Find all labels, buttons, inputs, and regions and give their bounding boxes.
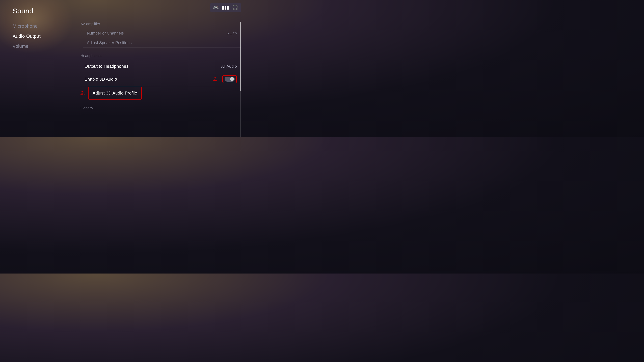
enable-3d-right: 1. [213,75,237,83]
number-of-channels-label: Number of Channels [87,31,124,35]
output-to-headphones-row[interactable]: Output to Headphones All Audio [80,61,241,72]
headphones-section-header: Headphones [80,52,241,60]
enable-3d-audio-row[interactable]: Enable 3D Audio 1. [80,72,241,86]
page-title: Sound [12,7,33,15]
sidebar-item-audio-output[interactable]: Audio Output [12,32,40,40]
sidebar: Microphone Audio Output Volume [12,22,40,51]
step2-label: 2. [80,90,85,96]
adjust-3d-audio-profile-label: Adjust 3D Audio Profile [92,90,137,96]
output-to-headphones-value: All Audio [221,64,237,69]
general-section: General [80,105,241,112]
sidebar-item-volume[interactable]: Volume [12,42,40,51]
sidebar-item-microphone[interactable]: Microphone [12,22,40,30]
headphone-icon: 🎧 [232,5,238,10]
battery-icon: ▮▮▮ [222,5,229,10]
adjust-3d-audio-profile-row[interactable]: Adjust 3D Audio Profile [88,87,142,99]
main-content: AV amplifier Number of Channels 5.1 ch A… [80,22,241,137]
av-amplifier-section-header: AV amplifier [80,22,241,28]
controller-icon: 🎮 [213,5,219,10]
enable-3d-audio-label: Enable 3D Audio [84,77,117,82]
adjust-speaker-positions-row[interactable]: Adjust Speaker Positions [83,38,241,48]
output-to-headphones-label: Output to Headphones [84,64,128,69]
step1-label: 1. [213,76,218,82]
top-right-bar: 🎮 ▮▮▮ 🎧 [210,3,241,12]
general-section-header: General [80,105,241,112]
adjust-speaker-positions-label: Adjust Speaker Positions [87,40,132,45]
number-of-channels-value: 5.1 ch [227,31,237,35]
enable-3d-audio-toggle[interactable] [224,77,234,82]
headphones-section: Headphones Output to Headphones All Audi… [80,52,241,100]
toggle-red-outline [222,75,237,83]
av-amplifier-items: Number of Channels 5.1 ch Adjust Speaker… [83,28,241,48]
number-of-channels-row[interactable]: Number of Channels 5.1 ch [83,28,241,38]
step2-container: 2. Adjust 3D Audio Profile [80,87,241,100]
